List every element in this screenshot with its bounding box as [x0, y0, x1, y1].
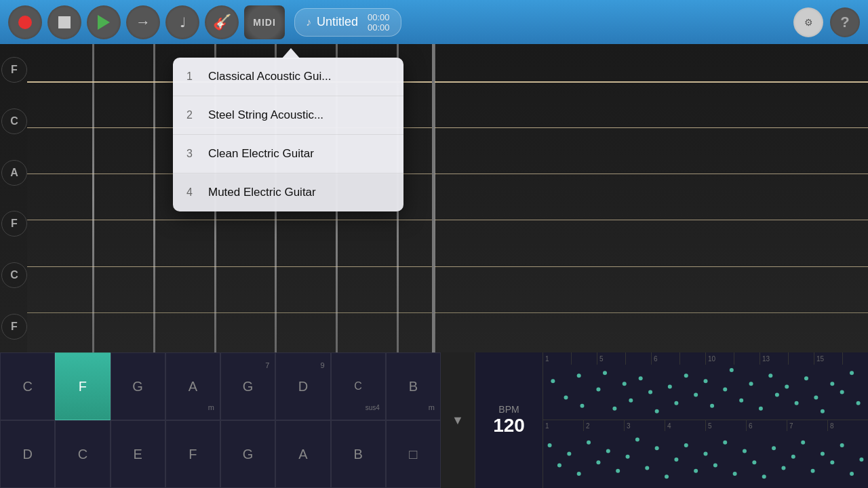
sequencer[interactable]: 1 5 6 10 13 15	[542, 352, 868, 488]
record-button[interactable]	[8, 5, 42, 39]
string-label-c1[interactable]: C	[1, 108, 27, 134]
bpm-value[interactable]: 120	[493, 415, 525, 436]
svg-point-7	[623, 382, 627, 386]
string-label-c2[interactable]: C	[1, 262, 27, 288]
dropdown-item-3[interactable]: 3 Clean Electric Guitar	[173, 135, 403, 174]
svg-point-61	[811, 469, 815, 473]
svg-point-20	[739, 399, 743, 403]
dropdown-item-4[interactable]: 4 Muted Electric Guitar	[173, 174, 403, 211]
svg-point-43	[635, 438, 639, 442]
chord-key-F[interactable]: F	[55, 352, 110, 420]
svg-point-6	[612, 407, 616, 411]
chord-key-Am[interactable]: A m	[165, 352, 220, 420]
time-display: 00:00 00:00	[368, 12, 390, 33]
svg-point-62	[821, 452, 825, 456]
string-label-f3[interactable]: F	[1, 314, 27, 340]
fret-line-1	[92, 44, 94, 352]
guitar-icon: 🎸	[213, 14, 231, 31]
beat-empty-1	[572, 352, 598, 365]
svg-point-9	[639, 376, 643, 380]
guitar-button[interactable]: 🎸	[205, 5, 239, 39]
fretboard[interactable]	[27, 44, 868, 352]
chord-key-E[interactable]: E	[111, 420, 165, 488]
chord-key-Csus4[interactable]: C sus4	[331, 352, 386, 420]
guitar-area: F C A F C F	[0, 44, 868, 352]
help-button[interactable]: ?	[830, 7, 860, 37]
svg-point-33	[856, 401, 861, 405]
svg-point-45	[655, 446, 659, 450]
title-display[interactable]: ♪ Untitled 00:00 00:00	[294, 8, 401, 37]
svg-point-12	[668, 384, 672, 388]
dropdown-item-2[interactable]: 2 Steel String Acoustic...	[173, 96, 403, 135]
chord-key-C[interactable]: C	[0, 352, 55, 420]
chord-key-D[interactable]: D	[0, 420, 55, 488]
svg-point-4	[596, 387, 600, 391]
string-label-f2[interactable]: F	[1, 211, 27, 237]
svg-point-3	[580, 404, 584, 408]
svg-point-19	[730, 368, 734, 372]
beat-empty-4	[734, 352, 761, 365]
bot-beat-2: 2	[584, 420, 625, 431]
chord-key-Bm[interactable]: B m	[386, 352, 441, 420]
dropdown-item-1[interactable]: 1 Classical Acoustic Gui...	[173, 58, 403, 96]
svg-point-15	[694, 393, 698, 397]
chord-key-F2[interactable]: F	[165, 420, 220, 488]
beat-10: 10	[706, 352, 734, 365]
chord-key-G[interactable]: G	[111, 352, 165, 420]
svg-point-31	[840, 390, 844, 394]
svg-point-37	[577, 472, 581, 476]
svg-point-46	[665, 474, 669, 479]
bpm-display: BPM 120	[475, 352, 542, 488]
string-label-a[interactable]: A	[1, 160, 27, 186]
bot-beat-6: 6	[747, 420, 787, 431]
midi-button[interactable]: MIDI	[244, 5, 285, 39]
bottom-section: C F G A m G 7 D 9 C sus4	[0, 352, 868, 488]
svg-point-21	[749, 382, 753, 386]
svg-point-30	[830, 382, 834, 386]
beat-5: 5	[597, 352, 626, 365]
chord-key-G7[interactable]: G 7	[220, 352, 275, 420]
svg-point-38	[587, 441, 591, 445]
string-label-f1[interactable]: F	[1, 57, 27, 83]
beat-ruler-top: 1 5 6 10 13 15	[543, 352, 868, 365]
play-button[interactable]	[87, 5, 121, 39]
svg-point-56	[762, 474, 766, 479]
chord-key-C2[interactable]: C	[55, 420, 110, 488]
svg-point-51	[713, 463, 717, 467]
sequencer-bottom-row: 1 2 3 4 5 6 7 8	[543, 420, 868, 488]
toolbar: → ♩ 🎸 MIDI ♪ Untitled 00:00 00:00 ⚙ ?	[0, 0, 868, 44]
svg-point-22	[759, 407, 763, 411]
sequencer-dots-top	[543, 365, 868, 420]
svg-point-32	[850, 371, 854, 375]
bot-beat-8: 8	[828, 420, 868, 431]
stop-button[interactable]	[47, 5, 81, 39]
svg-point-28	[814, 396, 818, 400]
settings-icon: ⚙	[804, 17, 813, 28]
chord-row-bottom: D C E F G A B □	[0, 420, 441, 488]
beat-empty-3	[680, 352, 707, 365]
sequencer-dots-bottom	[543, 431, 868, 488]
svg-point-65	[850, 472, 854, 476]
svg-point-0	[551, 379, 555, 383]
chord-key-stop[interactable]: □	[386, 420, 441, 488]
guitar-string-4	[27, 220, 868, 220]
svg-point-52	[723, 441, 727, 445]
beat-15: 15	[814, 352, 843, 365]
midi-label: MIDI	[253, 17, 276, 28]
chord-key-D9[interactable]: D 9	[275, 352, 330, 420]
chord-key-G2[interactable]: G	[220, 420, 275, 488]
settings-button[interactable]: ⚙	[793, 7, 823, 37]
chord-key-A[interactable]: A	[275, 420, 330, 488]
chord-dropdown-button[interactable]: ▼	[441, 352, 475, 488]
beat-ruler-bottom: 1 2 3 4 5 6 7 8	[543, 420, 868, 431]
beat-1: 1	[543, 352, 572, 365]
svg-point-55	[752, 460, 756, 464]
notes-button[interactable]: ♩	[165, 5, 199, 39]
svg-point-29	[821, 409, 825, 413]
svg-point-14	[684, 373, 688, 378]
chord-key-B[interactable]: B	[331, 420, 386, 488]
guitar-string-3	[27, 174, 868, 174]
forward-button[interactable]: →	[126, 5, 160, 39]
dropdown-num-2: 2	[186, 109, 199, 121]
svg-point-57	[772, 446, 776, 450]
